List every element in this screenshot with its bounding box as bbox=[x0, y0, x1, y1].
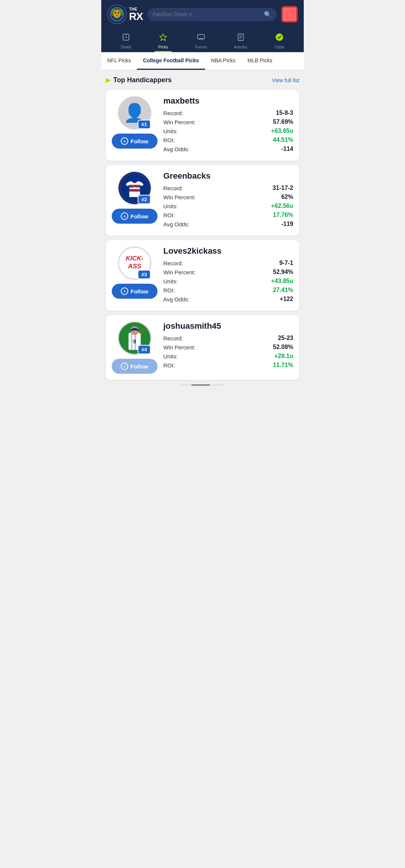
stat-value-record-1: 15-8-3 bbox=[276, 110, 293, 116]
nav-item-picks[interactable]: Picks bbox=[154, 30, 172, 52]
nav-item-deals[interactable]: Deals bbox=[117, 30, 135, 52]
logo-rx-text: RX bbox=[129, 11, 143, 22]
handicapper-name-2: Greenbacks bbox=[164, 171, 294, 181]
stat-value-avgodds-1: -114 bbox=[281, 146, 293, 152]
card-inner-4: 9 #4 + Follow joshuasmith45 Record: 25 bbox=[112, 321, 293, 374]
stat-label-roi-2: ROI: bbox=[164, 212, 175, 218]
avatar-wrap-2: NEW YORK RANGERS #2 bbox=[118, 171, 152, 205]
stat-label-avgodds-2: Avg Odds: bbox=[164, 221, 190, 227]
subnav-college-football[interactable]: College Football Picks bbox=[137, 52, 205, 70]
stat-label-winpct-4: Win Percent: bbox=[164, 344, 196, 351]
play-icon: ▶ bbox=[106, 77, 110, 84]
avatar-wrap-1: 👤 #1 bbox=[118, 96, 152, 130]
avatar-section-2: NEW YORK RANGERS #2 + Follow bbox=[112, 171, 158, 230]
stats-section-4: joshuasmith45 Record: 25-23 Win Percent:… bbox=[164, 321, 294, 374]
handicapper-card-2: NEW YORK RANGERS #2 + Follow Greenback bbox=[106, 165, 299, 236]
scroll-indicator bbox=[180, 384, 225, 386]
svg-point-10 bbox=[114, 10, 120, 18]
follow-label-3: Follow bbox=[130, 288, 148, 295]
nav-item-articles[interactable]: Articles bbox=[230, 30, 251, 52]
nav-label-forum: Forum bbox=[195, 45, 207, 49]
stat-row-units-2: Units: +62.56u bbox=[164, 203, 294, 209]
avatar-wrap-3: KICK- ASS #3 bbox=[118, 246, 152, 280]
logo-text: THE RX bbox=[129, 7, 143, 22]
stat-row-winpct-3: Win Percent: 52.94% bbox=[164, 269, 294, 275]
rank-badge-2: #2 bbox=[138, 195, 150, 204]
nav-label-odds: Odds bbox=[274, 45, 284, 49]
stat-value-units-2: +62.56u bbox=[271, 203, 293, 209]
follow-label-2: Follow bbox=[130, 213, 148, 220]
user-avatar[interactable] bbox=[281, 6, 298, 23]
articles-icon bbox=[237, 33, 245, 43]
stat-row-avgodds-3: Avg Odds: +122 bbox=[164, 296, 294, 302]
stats-section-2: Greenbacks Record: 31-17-2 Win Percent: … bbox=[164, 171, 294, 230]
stats-section-3: Loves2kickass Record: 9-7-1 Win Percent:… bbox=[164, 246, 294, 305]
handicapper-name-3: Loves2kickass bbox=[164, 246, 294, 256]
follow-label-4: Follow bbox=[130, 363, 148, 370]
stat-value-winpct-2: 62% bbox=[281, 194, 293, 200]
rank-badge-4: #4 bbox=[138, 345, 150, 354]
follow-button-3[interactable]: + Follow bbox=[112, 284, 158, 299]
rank-badge-3: #3 bbox=[138, 270, 150, 279]
follow-plus-icon-2: + bbox=[121, 212, 128, 220]
svg-text:9: 9 bbox=[133, 338, 136, 344]
sub-nav: NFL Picks College Football Picks NBA Pic… bbox=[101, 52, 304, 70]
svg-point-15 bbox=[125, 36, 127, 38]
avatar-wrap-4: 9 #4 bbox=[118, 321, 152, 355]
stat-row-record-4: Record: 25-23 bbox=[164, 335, 294, 341]
handicapper-card-3: KICK- ASS #3 + Follow Loves2kickass Reco… bbox=[106, 240, 299, 311]
subnav-nba[interactable]: NBA Picks bbox=[205, 52, 242, 70]
stat-label-record-4: Record: bbox=[164, 335, 183, 341]
stat-row-roi-4: ROI: 11.71% bbox=[164, 362, 294, 369]
stat-value-record-3: 9-7-1 bbox=[279, 260, 293, 266]
subnav-nfl[interactable]: NFL Picks bbox=[101, 52, 137, 70]
nav-item-forum[interactable]: Forum bbox=[191, 30, 211, 52]
scroll-thumb bbox=[191, 384, 210, 386]
svg-point-12 bbox=[118, 12, 119, 14]
handicapper-card-4: 9 #4 + Follow joshuasmith45 Record: 25 bbox=[106, 315, 299, 380]
svg-text:ASS: ASS bbox=[128, 262, 141, 270]
stat-label-record-1: Record: bbox=[164, 110, 183, 116]
nav-item-odds[interactable]: Odds bbox=[271, 30, 288, 52]
stat-value-roi-4: 11.71% bbox=[273, 362, 293, 369]
search-bar[interactable]: 🔍 bbox=[147, 8, 277, 21]
deals-icon bbox=[122, 33, 130, 43]
subnav-mlb[interactable]: MLB Picks bbox=[242, 52, 278, 70]
follow-plus-icon-3: + bbox=[121, 287, 128, 295]
avatar-section-1: 👤 #1 + Follow bbox=[112, 96, 158, 155]
section-header: ▶ Top Handicappers View full list bbox=[106, 75, 299, 86]
search-icon: 🔍 bbox=[264, 11, 272, 18]
section-title-text: Top Handicappers bbox=[113, 76, 172, 84]
main-content: ▶ Top Handicappers View full list 👤 #1 +… bbox=[101, 70, 304, 393]
stat-label-roi-3: ROI: bbox=[164, 287, 175, 293]
stat-label-avgodds-1: Avg Odds: bbox=[164, 146, 190, 152]
view-full-list-link[interactable]: View full list bbox=[272, 77, 299, 83]
card-inner-2: NEW YORK RANGERS #2 + Follow Greenback bbox=[112, 171, 293, 230]
follow-label-1: Follow bbox=[130, 138, 148, 144]
forum-icon bbox=[197, 33, 205, 43]
stat-row-winpct-4: Win Percent: 52.08% bbox=[164, 344, 294, 351]
stat-row-record-3: Record: 9-7-1 bbox=[164, 260, 294, 266]
nav-label-deals: Deals bbox=[121, 45, 131, 49]
search-input[interactable] bbox=[153, 11, 261, 17]
card-inner-3: KICK- ASS #3 + Follow Loves2kickass Reco… bbox=[112, 246, 293, 305]
stat-row-winpct-1: Win Percent: 57.69% bbox=[164, 119, 294, 125]
svg-point-6 bbox=[120, 13, 123, 16]
stat-value-avgodds-3: +122 bbox=[280, 296, 293, 302]
follow-button-2[interactable]: + Follow bbox=[112, 209, 158, 224]
follow-button-4[interactable]: + Follow bbox=[112, 359, 158, 374]
svg-text:KICK-: KICK- bbox=[126, 254, 144, 262]
avatar-section-4: 9 #4 + Follow bbox=[112, 321, 158, 374]
stat-value-winpct-3: 52.94% bbox=[273, 269, 293, 275]
follow-button-1[interactable]: + Follow bbox=[112, 134, 158, 149]
stat-label-units-3: Units: bbox=[164, 278, 178, 284]
stat-value-units-1: +63.65u bbox=[271, 128, 293, 134]
odds-icon bbox=[275, 33, 284, 43]
stat-row-record-1: Record: 15-8-3 bbox=[164, 110, 294, 116]
stat-label-winpct-2: Win Percent: bbox=[164, 194, 196, 200]
stat-label-roi-4: ROI: bbox=[164, 362, 175, 369]
picks-icon bbox=[159, 33, 167, 43]
stat-value-units-3: +43.85u bbox=[271, 278, 293, 284]
main-nav: Deals Picks Forum bbox=[107, 29, 298, 52]
stat-row-avgodds-1: Avg Odds: -114 bbox=[164, 146, 294, 152]
